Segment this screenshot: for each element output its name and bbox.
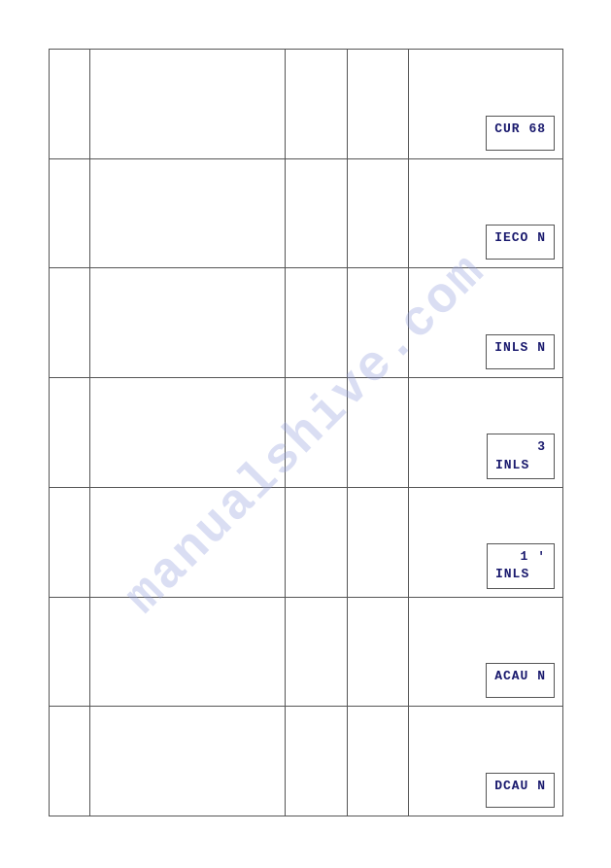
cell-3-2 — [90, 268, 286, 378]
display-5: 1 ' INLS — [487, 543, 555, 588]
cell-5-1 — [50, 487, 90, 597]
cell-2-2 — [90, 158, 286, 268]
display-4: 3 INLS — [487, 434, 555, 478]
display-6: ACAU N — [486, 663, 555, 698]
cell-2-5: IECO N — [409, 158, 563, 268]
cell-5-2 — [90, 487, 286, 597]
cell-2-1 — [50, 158, 90, 268]
table-row: 3 INLS — [50, 378, 563, 488]
cell-6-2 — [90, 597, 286, 707]
cell-7-4 — [347, 707, 408, 816]
table-row: INLS N — [50, 268, 563, 378]
table-row: ACAU N — [50, 597, 563, 707]
display-text-6: ACAU N — [494, 669, 546, 683]
cell-3-1 — [50, 268, 90, 378]
cell-6-4 — [347, 597, 408, 707]
cell-7-2 — [90, 707, 286, 816]
display-text-4b: INLS — [495, 457, 546, 474]
cell-1-2 — [90, 50, 286, 159]
cell-4-3 — [286, 378, 347, 488]
cell-7-5: DCAU N — [409, 707, 563, 816]
cell-1-4 — [347, 50, 408, 159]
cell-3-4 — [347, 268, 408, 378]
cell-3-5: INLS N — [409, 268, 563, 378]
cell-3-3 — [286, 268, 347, 378]
cell-2-4 — [347, 158, 408, 268]
display-text-5b: INLS — [495, 566, 546, 583]
display-text-3: INLS N — [494, 340, 546, 355]
cell-4-2 — [90, 378, 286, 488]
cell-1-5: CUR 68 — [409, 50, 563, 159]
cell-2-3 — [286, 158, 347, 268]
display-text-4a: 3 — [495, 438, 546, 456]
table-row: CUR 68 — [50, 50, 563, 159]
display-1: CUR 68 — [486, 116, 555, 151]
cell-6-5: ACAU N — [409, 597, 563, 707]
cell-5-5: 1 ' INLS — [409, 487, 563, 597]
cell-4-1 — [50, 378, 90, 488]
display-7: DCAU N — [486, 773, 555, 808]
display-text-5a: 1 ' — [495, 548, 546, 566]
table-row: 1 ' INLS — [50, 487, 563, 597]
cell-6-3 — [286, 597, 347, 707]
display-2: IECO N — [486, 225, 555, 260]
cell-1-1 — [50, 50, 90, 159]
display-text-7: DCAU N — [494, 779, 546, 793]
cell-7-3 — [286, 707, 347, 816]
table-row: IECO N — [50, 158, 563, 268]
table-container: CUR 68 IECO N — [49, 49, 563, 816]
cell-5-4 — [347, 487, 408, 597]
cell-7-1 — [50, 707, 90, 816]
cell-1-3 — [286, 50, 347, 159]
table-row: DCAU N — [50, 707, 563, 816]
cell-4-4 — [347, 378, 408, 488]
display-text-1: CUR 68 — [494, 122, 546, 136]
cell-4-5: 3 INLS — [409, 378, 563, 488]
cell-6-1 — [50, 597, 90, 707]
cell-5-3 — [286, 487, 347, 597]
display-text-2: IECO N — [494, 230, 546, 245]
main-table: CUR 68 IECO N — [49, 49, 563, 816]
display-3: INLS N — [486, 334, 555, 369]
